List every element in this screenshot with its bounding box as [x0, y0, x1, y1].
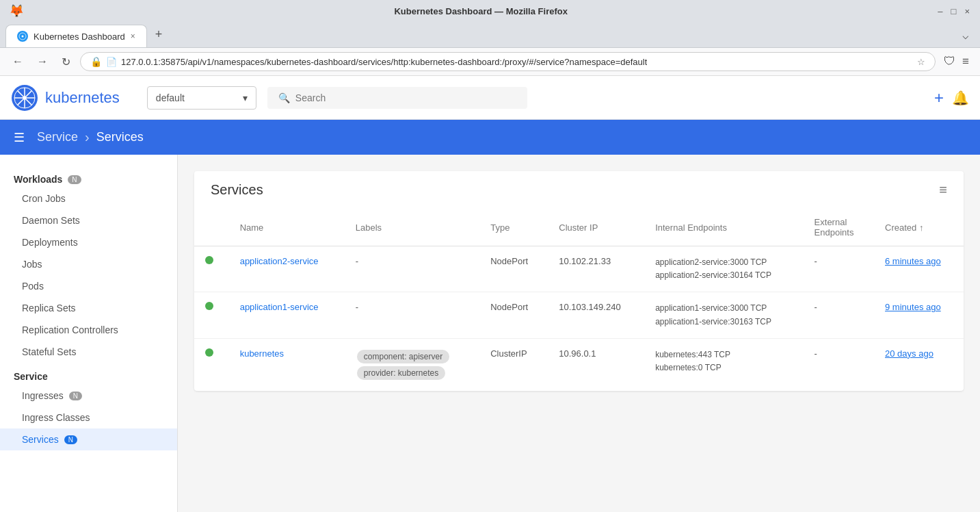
col-created: Created ↑ — [874, 209, 964, 246]
col-cluster-ip: Cluster IP — [548, 209, 644, 246]
col-name: Name — [229, 209, 345, 246]
search-bar: 🔍 — [267, 87, 527, 109]
sidebar-item-stateful-sets[interactable]: Stateful Sets — [0, 341, 177, 363]
tab-dropdown-btn[interactable]: ⌵ — [957, 23, 975, 47]
search-input[interactable] — [295, 92, 516, 103]
service-link-app1[interactable]: application1-service — [240, 302, 319, 312]
services-card: Services ≡ Name Labels Type Cluster IP I… — [194, 171, 964, 391]
row3-status — [194, 338, 229, 391]
sidebar-item-deployments[interactable]: Deployments — [0, 231, 177, 253]
service-link-kubernetes[interactable]: kubernetes — [240, 348, 284, 359]
sidebar-item-replication-controllers[interactable]: Replication Controllers — [0, 319, 177, 341]
svg-point-1 — [22, 36, 24, 38]
sidebar-item-cron-jobs[interactable]: Cron Jobs — [0, 188, 177, 209]
row1-labels: - — [345, 246, 479, 292]
col-external-endpoints: External Endpoints — [804, 209, 874, 246]
k8s-logo-icon — [11, 84, 38, 112]
table-row: application2-service - NodePort 10.102.2… — [194, 246, 964, 292]
col-internal-endpoints: Internal Endpoints — [644, 209, 803, 246]
ingresses-badge: N — [69, 392, 82, 400]
back-btn[interactable]: ← — [8, 53, 27, 71]
status-dot-green — [205, 302, 213, 310]
filter-icon[interactable]: ≡ — [939, 182, 947, 198]
tab-close-btn[interactable]: × — [131, 31, 135, 41]
row3-external-endpoints: - — [804, 338, 874, 391]
row1-external-endpoints: - — [804, 246, 874, 292]
maximize-btn[interactable]: □ — [951, 6, 957, 16]
breadcrumb-parent[interactable]: Service — [37, 130, 78, 144]
row2-internal-endpoints: application1-service:3000 TCPapplication… — [644, 292, 803, 338]
sidebar-section-service: Service — [0, 363, 177, 385]
service-link-app2[interactable]: application2-service — [240, 256, 319, 266]
row2-name: application1-service — [229, 292, 345, 338]
window-controls[interactable]: – □ × — [938, 6, 977, 16]
created-link-kubernetes[interactable]: 20 days ago — [885, 348, 933, 359]
col-type: Type — [479, 209, 548, 246]
active-tab[interactable]: Kubernetes Dashboard × — [5, 25, 147, 47]
workloads-badge: N — [68, 175, 81, 184]
sidebar-item-ingresses[interactable]: Ingresses N — [0, 385, 177, 407]
row2-labels: - — [345, 292, 479, 338]
security-icon: 🔒 — [90, 56, 102, 67]
url-text[interactable]: 127.0.0.1:35875/api/v1/namespaces/kubern… — [121, 57, 647, 67]
services-table: Name Labels Type Cluster IP Internal End… — [194, 209, 964, 391]
row1-name: application2-service — [229, 246, 345, 292]
notifications-button[interactable]: 🔔 — [952, 90, 969, 106]
refresh-btn[interactable]: ↻ — [57, 53, 75, 71]
breadcrumb-current: Services — [96, 130, 144, 144]
row3-labels: component: apiserver provider: kubernete… — [345, 338, 479, 391]
app-body: Workloads N Cron Jobs Daemon Sets Deploy… — [0, 155, 980, 512]
row1-internal-endpoints: application2-service:3000 TCPapplication… — [644, 246, 803, 292]
row1-cluster-ip: 10.102.21.33 — [548, 246, 644, 292]
tab-favicon — [17, 31, 28, 42]
header-right: + 🔔 — [934, 88, 969, 107]
sidebar-item-ingress-classes[interactable]: Ingress Classes — [0, 407, 177, 428]
table-row: kubernetes component: apiserver provider… — [194, 338, 964, 391]
add-button[interactable]: + — [934, 88, 944, 107]
row2-external-endpoints: - — [804, 292, 874, 338]
address-box[interactable]: 🔒 📄 127.0.0.1:35875/api/v1/namespaces/ku… — [80, 52, 936, 71]
shield-icon[interactable]: 🛡 — [944, 55, 955, 68]
search-icon: 🔍 — [278, 92, 290, 103]
row3-name: kubernetes — [229, 338, 345, 391]
sidebar-item-jobs[interactable]: Jobs — [0, 253, 177, 275]
close-btn[interactable]: × — [964, 6, 970, 16]
tabbar: Kubernetes Dashboard × + ⌵ — [0, 22, 980, 48]
table-header-row: Name Labels Type Cluster IP Internal End… — [194, 209, 964, 246]
row3-internal-endpoints: kubernetes:443 TCPkubernetes:0 TCP — [644, 338, 803, 391]
main-content: Services ≡ Name Labels Type Cluster IP I… — [178, 155, 980, 512]
label-chip-component: component: apiserver — [357, 350, 449, 363]
sidebar-item-replica-sets[interactable]: Replica Sets — [0, 297, 177, 319]
window-title: Kubernetes Dashboard — Mozilla Firefox — [24, 6, 938, 16]
menu-icon[interactable]: ≡ — [962, 55, 969, 68]
row2-created: 9 minutes ago — [874, 292, 964, 338]
page-icon: 📄 — [106, 57, 117, 67]
sidebar-item-services[interactable]: Services N — [0, 428, 177, 450]
created-link-app2[interactable]: 6 minutes ago — [885, 256, 941, 266]
addressbar: ← → ↻ 🔒 📄 127.0.0.1:35875/api/v1/namespa… — [0, 48, 980, 76]
endpoint-text: application2-service:3000 TCPapplication… — [655, 256, 792, 282]
forward-btn[interactable]: → — [33, 53, 52, 71]
row3-created: 20 days ago — [874, 338, 964, 391]
created-link-app1[interactable]: 9 minutes ago — [885, 302, 941, 312]
breadcrumb-bar: ☰ Service › Services — [0, 120, 980, 155]
card-header: Services ≡ — [194, 171, 964, 209]
sidebar-item-daemon-sets[interactable]: Daemon Sets — [0, 209, 177, 231]
address-right-icons: ☆ — [917, 57, 925, 67]
new-tab-btn[interactable]: + — [147, 22, 171, 47]
status-dot-green — [205, 348, 213, 357]
services-badge: N — [64, 435, 77, 444]
app-header: kubernetes default ▾ 🔍 + 🔔 — [0, 76, 980, 120]
bookmark-icon[interactable]: ☆ — [917, 57, 925, 67]
sidebar-toggle-btn[interactable]: ☰ — [14, 130, 25, 145]
row1-type: NodePort — [479, 246, 548, 292]
namespace-selector[interactable]: default ▾ — [147, 86, 256, 110]
sidebar-item-pods[interactable]: Pods — [0, 275, 177, 297]
card-title: Services — [211, 182, 263, 198]
row1-created: 6 minutes ago — [874, 246, 964, 292]
minimize-btn[interactable]: – — [938, 6, 942, 16]
sidebar-section-workloads: Workloads N — [0, 166, 177, 188]
col-status — [194, 209, 229, 246]
row3-type: ClusterIP — [479, 338, 548, 391]
label-chip-provider: provider: kubernetes — [357, 366, 445, 380]
